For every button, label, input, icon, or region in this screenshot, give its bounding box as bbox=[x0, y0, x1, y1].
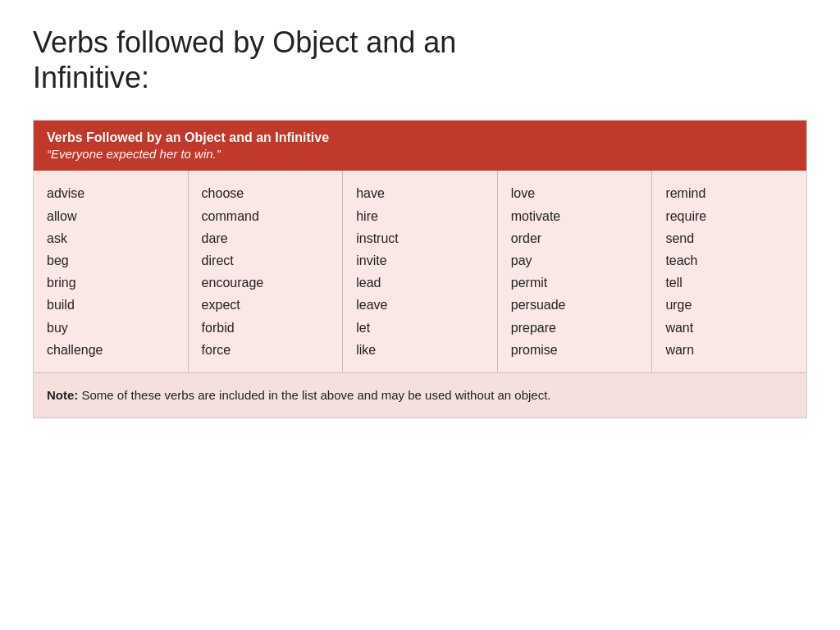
col3-word-8: like bbox=[356, 343, 376, 357]
col2-word-6: expect bbox=[202, 298, 240, 312]
col1-word-8: challenge bbox=[47, 343, 103, 357]
col3-word-1: have bbox=[356, 186, 385, 200]
col1-word-3: ask bbox=[47, 231, 67, 245]
col2-word-3: dare bbox=[202, 231, 228, 245]
page-container: Verbs followed by Object and an Infiniti… bbox=[33, 25, 807, 418]
table-col-4: love motivate order pay permit persuade … bbox=[498, 171, 653, 372]
col2-word-8: force bbox=[202, 343, 231, 357]
col3-word-3: instruct bbox=[356, 231, 399, 245]
col4-word-4: pay bbox=[511, 253, 532, 267]
col3-word-4: invite bbox=[356, 253, 386, 267]
col1-word-2: allow bbox=[47, 209, 76, 223]
col5-word-7: want bbox=[665, 321, 693, 335]
table-col-2: choose command dare direct encourage exp… bbox=[189, 171, 344, 372]
table-col-1: advise allow ask beg bring build buy cha… bbox=[34, 171, 189, 372]
col1-word-5: bring bbox=[47, 276, 76, 290]
col2-word-2: command bbox=[202, 209, 259, 223]
verb-table: Verbs Followed by an Object and an Infin… bbox=[33, 120, 807, 418]
table-col-5: remind require send teach tell urge want… bbox=[652, 171, 806, 372]
col1-word-7: buy bbox=[47, 321, 68, 335]
col5-word-2: require bbox=[665, 209, 706, 223]
col5-word-6: urge bbox=[665, 298, 692, 312]
col5-word-4: teach bbox=[665, 253, 697, 267]
col2-word-5: encourage bbox=[202, 276, 264, 290]
table-header-title: Verbs Followed by an Object and an Infin… bbox=[47, 130, 793, 145]
col3-word-2: hire bbox=[356, 209, 378, 223]
col3-word-5: lead bbox=[356, 276, 381, 290]
col4-word-3: order bbox=[511, 231, 541, 245]
table-header: Verbs Followed by an Object and an Infin… bbox=[34, 121, 806, 171]
col1-word-1: advise bbox=[47, 186, 84, 200]
col4-word-6: persuade bbox=[511, 298, 566, 312]
note-text: Some of these verbs are included in the … bbox=[78, 388, 550, 402]
col4-word-5: permit bbox=[511, 276, 547, 290]
col3-word-6: leave bbox=[356, 298, 387, 312]
col1-word-4: beg bbox=[47, 253, 69, 267]
col2-word-4: direct bbox=[202, 253, 234, 267]
col5-word-8: warn bbox=[665, 343, 694, 357]
col1-word-6: build bbox=[47, 298, 75, 312]
table-header-subtitle: “Everyone expected her to win.” bbox=[47, 147, 793, 161]
col4-word-2: motivate bbox=[511, 209, 560, 223]
table-note: Note: Some of these verbs are included i… bbox=[34, 372, 806, 418]
main-title: Verbs followed by Object and an Infiniti… bbox=[33, 25, 807, 95]
col4-word-8: promise bbox=[511, 343, 558, 357]
note-label: Note: bbox=[47, 388, 78, 402]
table-col-3: have hire instruct invite lead leave let… bbox=[343, 171, 498, 372]
col5-word-3: send bbox=[665, 231, 694, 245]
col3-word-7: let bbox=[356, 321, 370, 335]
col4-word-1: love bbox=[511, 186, 535, 200]
col2-word-1: choose bbox=[202, 186, 244, 200]
col4-word-7: prepare bbox=[511, 321, 556, 335]
col2-word-7: forbid bbox=[202, 321, 235, 335]
table-body: advise allow ask beg bring build buy cha… bbox=[34, 171, 806, 372]
col5-word-5: tell bbox=[665, 276, 682, 290]
col5-word-1: remind bbox=[665, 186, 705, 200]
